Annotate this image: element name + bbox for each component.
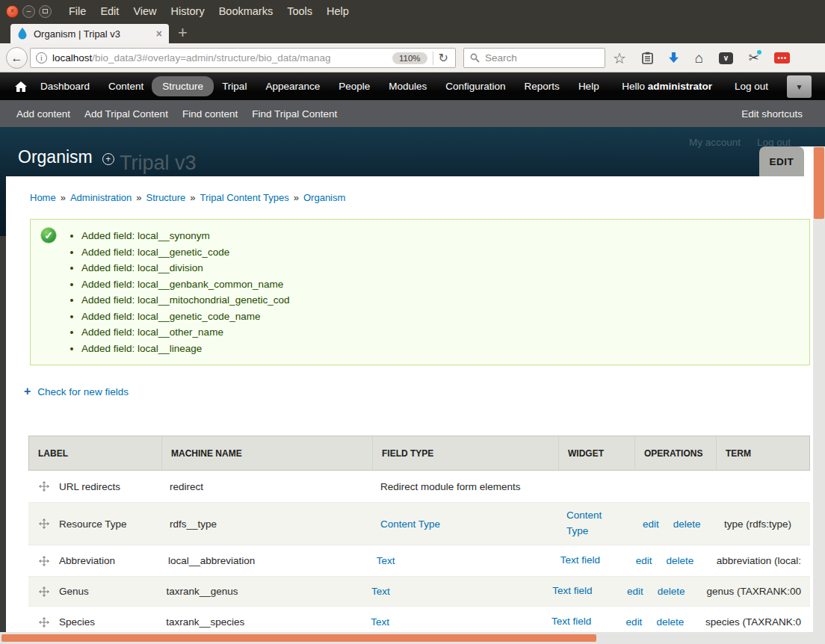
menu-help[interactable]: Help	[324, 4, 351, 19]
operation-delete-link[interactable]: delete	[656, 616, 684, 628]
operation-edit-link[interactable]: edit	[627, 586, 643, 597]
widget-link[interactable]: Content Type	[566, 510, 602, 536]
toolbar-toggle-button[interactable]: ▼	[787, 75, 812, 98]
screenshot-scissors-icon[interactable]: ✂	[748, 50, 758, 66]
admin-menu-item-modules[interactable]: Modules	[389, 81, 427, 92]
status-message-box: ✓ Added field: local__synonymAdded field…	[30, 219, 810, 365]
widget-link[interactable]: Text field	[560, 554, 600, 566]
zoom-level-badge[interactable]: 110%	[392, 52, 427, 64]
cell-field-type: Content Type	[371, 518, 557, 530]
vertical-scrollbar-thumb[interactable]	[814, 147, 824, 219]
plus-icon: +	[24, 386, 31, 397]
breadcrumb-separator: »	[294, 192, 299, 203]
operation-edit-link[interactable]: edit	[636, 555, 652, 566]
search-box[interactable]	[463, 48, 605, 68]
home-icon[interactable]: ⌂	[695, 50, 703, 66]
operation-delete-link[interactable]: delete	[658, 586, 685, 597]
shortcut-link-find-content[interactable]: Find content	[182, 108, 238, 120]
menu-tools[interactable]: Tools	[285, 4, 315, 19]
drag-handle-icon[interactable]	[39, 518, 49, 529]
field-type-link[interactable]: Text	[371, 586, 390, 597]
horizontal-scrollbar-thumb[interactable]	[1, 634, 596, 642]
password-manager-icon[interactable]: •••	[774, 52, 790, 64]
cell-machine-name: taxrank__species	[157, 616, 362, 628]
field-table-body: URL redirectsredirectRedirect module for…	[28, 471, 810, 637]
admin-toolbar: DashboardContentStructureTripalAppearanc…	[0, 72, 825, 100]
breadcrumb-link-tripal-content-types[interactable]: Tripal Content Types	[200, 192, 289, 203]
add-shortcut-icon[interactable]: +	[102, 153, 114, 165]
breadcrumb-link-organism[interactable]: Organism	[303, 192, 345, 203]
reload-icon[interactable]: ↻	[439, 51, 450, 65]
admin-menu-item-dashboard[interactable]: Dashboard	[40, 81, 90, 92]
vertical-scrollbar-track[interactable]	[813, 146, 825, 632]
widget-link[interactable]: Text field	[551, 616, 591, 627]
column-header-machine-name: MACHINE NAME	[161, 436, 372, 470]
breadcrumb-link-administration[interactable]: Administration	[70, 192, 132, 203]
shortcut-link-add-content[interactable]: Add content	[16, 108, 70, 120]
field-type-link[interactable]: Content Type	[380, 518, 440, 530]
drag-handle-icon[interactable]	[39, 617, 49, 628]
admin-menu-item-reports[interactable]: Reports	[525, 81, 560, 92]
shortcut-link-add-tripal-content[interactable]: Add Tripal Content	[84, 108, 168, 120]
cell-field-type: Text	[362, 616, 543, 628]
menu-file[interactable]: File	[67, 4, 88, 19]
menu-history[interactable]: History	[169, 4, 207, 19]
bookmark-star-icon[interactable]: ☆	[613, 49, 626, 67]
operation-delete-link[interactable]: delete	[673, 518, 701, 530]
drag-handle-icon[interactable]	[39, 556, 49, 566]
menu-hamburger-icon[interactable]	[806, 53, 819, 63]
operation-edit-link[interactable]: edit	[643, 518, 659, 530]
window-close-button[interactable]: ×	[6, 5, 19, 18]
admin-menu-item-content[interactable]: Content	[108, 81, 143, 92]
admin-menu-item-help[interactable]: Help	[578, 81, 599, 92]
search-input[interactable]	[485, 52, 599, 64]
url-text[interactable]: localhost/bio_data/3#overlay=admin/struc…	[52, 52, 387, 64]
cell-label: Resource Type	[28, 518, 161, 530]
back-button[interactable]: ←	[6, 47, 28, 69]
tab-close-icon[interactable]: ×	[156, 28, 162, 40]
edit-tab-button[interactable]: EDIT	[759, 146, 804, 176]
logout-link[interactable]: Log out	[735, 81, 768, 92]
field-type-text: Redirect module form elements	[380, 481, 521, 492]
cell-label: Genus	[28, 586, 158, 597]
success-check-icon: ✓	[40, 227, 57, 244]
breadcrumb-link-structure[interactable]: Structure	[146, 192, 186, 203]
operation-edit-link[interactable]: edit	[626, 616, 643, 628]
status-message: Added field: local__mitochondrial_geneti…	[81, 292, 809, 309]
table-row: Resource Typerdfs__typeContent TypeConte…	[28, 502, 810, 545]
url-bar[interactable]: i localhost/bio_data/3#overlay=admin/str…	[30, 48, 456, 68]
breadcrumb-link-home[interactable]: Home	[30, 192, 56, 203]
cell-widget: Text field	[543, 614, 617, 630]
search-icon	[470, 53, 480, 63]
check-new-fields-link[interactable]: + Check for new fields	[24, 386, 129, 397]
header-link-my-account[interactable]: My account	[689, 137, 741, 148]
drag-handle-icon[interactable]	[39, 586, 49, 597]
shortcut-link-find-tripal-content[interactable]: Find Tripal Content	[252, 108, 337, 120]
menu-edit[interactable]: Edit	[98, 4, 121, 19]
window-maximize-button[interactable]	[39, 5, 52, 18]
cell-term: genus (TAXRANK:00	[697, 586, 810, 597]
admin-home-icon[interactable]	[15, 81, 27, 92]
widget-link[interactable]: Text field	[552, 585, 592, 596]
admin-menu-item-appearance[interactable]: Appearance	[265, 81, 320, 92]
window-minimize-button[interactable]: –	[22, 5, 35, 18]
menu-bookmarks[interactable]: Bookmarks	[217, 4, 276, 19]
field-type-link[interactable]: Text	[371, 616, 389, 628]
edit-shortcuts-link[interactable]: Edit shortcuts	[741, 108, 803, 120]
new-tab-button[interactable]: +	[178, 23, 188, 43]
drag-handle-icon[interactable]	[39, 481, 49, 492]
downloads-icon[interactable]	[668, 52, 679, 64]
pocket-icon[interactable]: ∨	[719, 52, 733, 64]
check-new-fields-label: Check for new fields	[37, 386, 129, 397]
admin-menu-item-configuration[interactable]: Configuration	[445, 81, 505, 92]
field-type-link[interactable]: Text	[377, 555, 395, 566]
admin-menu-item-tripal[interactable]: Tripal	[222, 81, 247, 92]
admin-menu-item-structure[interactable]: Structure	[152, 76, 214, 96]
browser-tab[interactable]: Organism | Tripal v3 ×	[10, 24, 169, 43]
site-info-icon[interactable]: i	[36, 52, 47, 64]
site-name[interactable]: Tripal v3	[120, 152, 197, 175]
menu-view[interactable]: View	[131, 4, 158, 19]
admin-menu-item-people[interactable]: People	[339, 81, 370, 92]
operation-delete-link[interactable]: delete	[667, 555, 694, 566]
bookmarks-list-icon[interactable]	[642, 52, 653, 64]
